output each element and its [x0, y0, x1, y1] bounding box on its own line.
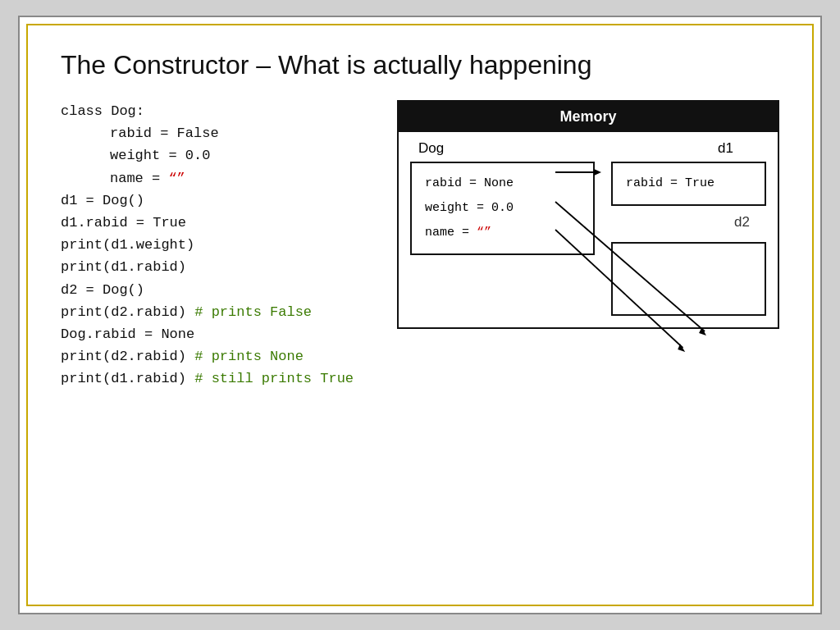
slide-title: The Constructor – What is actually happe… — [61, 50, 779, 80]
code-section: class Dog: rabid = False weight = 0.0 na… — [61, 100, 372, 390]
dog-rabid: rabid = None — [425, 171, 580, 196]
slide-outer: The Constructor – What is actually happe… — [18, 16, 822, 614]
svg-marker-5 — [678, 344, 685, 352]
code-line10: print(d2.rabid) # prints False — [61, 301, 372, 323]
code-line5: d1 = Dog() — [61, 189, 372, 212]
code-line4: name = “” — [61, 167, 372, 189]
memory-section: Memory Dog d1 rabid = None weight — [397, 100, 779, 329]
memory-header: Memory — [399, 102, 778, 132]
code-line13: print(d1.rabid) # still prints True — [61, 368, 372, 390]
memory-inner: Dog d1 rabid = None weight = 0.0 name = … — [399, 132, 778, 327]
code-line9: d2 = Dog() — [61, 279, 372, 301]
code-line8: print(d1.rabid) — [61, 256, 372, 278]
d1-label: d1 — [718, 140, 758, 157]
dog-label: Dog — [418, 140, 444, 157]
d1-rabid: rabid = True — [626, 171, 751, 196]
code-line12: print(d2.rabid) # prints None — [61, 345, 372, 368]
code-line2: rabid = False — [61, 122, 372, 144]
d2-box — [611, 242, 766, 316]
dog-weight: weight = 0.0 — [425, 196, 580, 221]
code-line7: print(d1.weight) — [61, 234, 372, 256]
svg-marker-3 — [699, 327, 706, 336]
d1-box: rabid = True — [611, 162, 766, 206]
code-line11: Dog.rabid = None — [61, 323, 372, 345]
dog-name: name = “” — [425, 221, 580, 245]
d2-label: d2 — [734, 214, 750, 231]
right-column: rabid = True d2 — [611, 162, 766, 316]
memory-wrapper: Memory Dog d1 rabid = None weight — [397, 100, 779, 329]
boxes-row: rabid = None weight = 0.0 name = “” rabi… — [410, 162, 766, 316]
dog-class-box: rabid = None weight = 0.0 name = “” — [410, 162, 595, 255]
content-area: class Dog: rabid = False weight = 0.0 na… — [61, 100, 779, 390]
code-line1: class Dog: — [61, 100, 372, 122]
slide-inner: The Constructor – What is actually happe… — [26, 24, 814, 606]
code-line3: weight = 0.0 — [61, 144, 372, 167]
memory-labels: Dog d1 — [410, 140, 766, 162]
code-line6: d1.rabid = True — [61, 212, 372, 234]
d2-label-row: d2 — [611, 214, 766, 231]
